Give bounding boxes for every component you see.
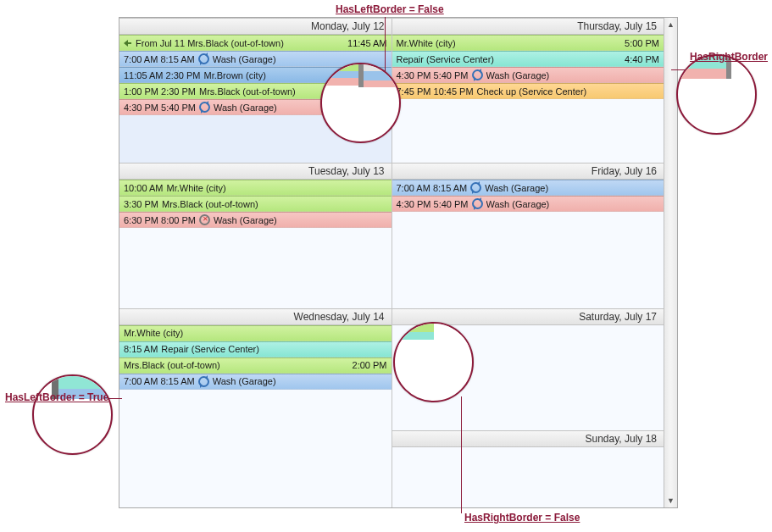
appointment-label: From Jul 11 Mrs.Black (out-of-town) bbox=[136, 38, 344, 48]
recurring-cancel-icon bbox=[199, 214, 210, 225]
day-cell-thursday[interactable]: Thursday, July 15 Mr.White (city) 5:00 P… bbox=[392, 18, 664, 163]
appointment-end-time: 11:45 AM bbox=[347, 38, 386, 48]
appointment[interactable]: 4:30 PM 5:40 PM Wash (Garage) bbox=[392, 196, 664, 212]
appointment[interactable]: 10:00 AM Mr.White (city) bbox=[119, 180, 392, 196]
empty-space[interactable] bbox=[119, 228, 392, 308]
vertical-scrollbar[interactable]: ▲ ▼ bbox=[664, 18, 677, 507]
appointment-end-time: 2:00 PM bbox=[353, 360, 387, 370]
magnifier-left bbox=[32, 374, 113, 455]
day-header[interactable]: Monday, July 12 bbox=[119, 18, 392, 35]
appointment[interactable]: 3:30 PM Mrs.Black (out-of-town) bbox=[119, 196, 392, 212]
appointment-label: Repair (Service Center) bbox=[397, 54, 622, 64]
day-header[interactable]: Tuesday, July 13 bbox=[119, 163, 392, 180]
appointment-times: 6:30 PM 8:00 PM bbox=[124, 215, 196, 225]
day-cell-wed-continued[interactable] bbox=[119, 430, 392, 507]
day-header[interactable]: Friday, July 16 bbox=[392, 163, 664, 180]
appointment-times: 10:00 AM bbox=[124, 183, 163, 193]
day-header[interactable]: Thursday, July 15 bbox=[392, 18, 664, 35]
appointment-label: Wash (Garage) bbox=[486, 70, 660, 80]
week-row: Tuesday, July 13 10:00 AM Mr.White (city… bbox=[119, 163, 664, 308]
empty-space[interactable] bbox=[119, 430, 392, 507]
appointment[interactable]: 7:00 AM 8:15 AM Wash (Garage) bbox=[119, 374, 392, 390]
day-header[interactable]: Wednesday, July 14 bbox=[119, 308, 392, 325]
appointment-end-time: 4:40 PM bbox=[625, 54, 659, 64]
appointment-label: Mr.White (city) bbox=[124, 328, 387, 338]
annotation-has-right-border-false: HasRightBorder = False bbox=[464, 512, 580, 524]
appointment-times: 7:00 AM 8:15 AM bbox=[124, 376, 195, 386]
appointment[interactable]: 4:30 PM 5:40 PM Wash (Garage) bbox=[392, 67, 664, 83]
recurring-icon bbox=[472, 69, 483, 80]
appointment-times: 1:00 PM 2:30 PM bbox=[124, 86, 196, 97]
appointment-times: 8:15 AM bbox=[124, 344, 158, 354]
recurring-icon bbox=[199, 102, 210, 113]
appointment-times: 4:30 PM 5:40 PM bbox=[124, 103, 196, 113]
day-cell-friday[interactable]: Friday, July 16 7:00 AM 8:15 AM Wash (Ga… bbox=[392, 163, 664, 308]
appointment[interactable]: 7:45 PM 10:45 PM Check up (Service Cente… bbox=[392, 83, 664, 99]
scroll-down-icon[interactable]: ▼ bbox=[664, 494, 677, 507]
empty-space[interactable] bbox=[392, 447, 664, 507]
recurring-icon bbox=[470, 182, 481, 193]
day-cell-sunday[interactable]: Sunday, July 18 bbox=[392, 430, 664, 507]
appointment[interactable]: Mrs.Black (out-of-town) 2:00 PM bbox=[119, 357, 392, 374]
annotation-has-left-border-true: HasLeftBorder = True bbox=[5, 391, 108, 403]
recurring-icon bbox=[472, 198, 483, 209]
appointment-times: 11:05 AM 2:30 PM bbox=[124, 70, 201, 80]
appointment-list: 10:00 AM Mr.White (city) 3:30 PM Mrs.Bla… bbox=[119, 180, 392, 308]
empty-space[interactable] bbox=[392, 99, 664, 163]
appointment-end-time: 5:00 PM bbox=[625, 38, 659, 48]
appointment-list bbox=[392, 447, 664, 507]
appointment[interactable]: Mr.White (city) bbox=[119, 325, 392, 341]
appointment-times: 4:30 PM 5:40 PM bbox=[397, 199, 469, 209]
recurring-icon bbox=[198, 53, 209, 64]
appointment-label: Check up (Service Center) bbox=[477, 86, 659, 97]
appointment-label: Wash (Garage) bbox=[486, 199, 660, 209]
appointment[interactable]: Repair (Service Center) 4:40 PM bbox=[392, 51, 664, 67]
annotation-line bbox=[461, 396, 462, 513]
day-header[interactable]: Sunday, July 18 bbox=[392, 430, 664, 447]
appointment-times: 3:30 PM bbox=[124, 199, 158, 209]
appointment[interactable]: 8:15 AM Repair (Service Center) bbox=[119, 341, 392, 357]
appointment[interactable]: Mr.White (city) 5:00 PM bbox=[392, 35, 664, 51]
appointment-times: 7:45 PM 10:45 PM bbox=[397, 86, 474, 97]
appointment-label: Mr.White (city) bbox=[166, 183, 386, 193]
appointment-times: 7:00 AM 8:15 AM bbox=[124, 54, 195, 64]
annotation-has-left-border-false: HasLeftBorder = False bbox=[336, 3, 444, 15]
appointment-list: 7:00 AM 8:15 AM Wash (Garage) 4:30 PM 5:… bbox=[392, 180, 664, 308]
appointment-list: Mr.White (city) 5:00 PM Repair (Service … bbox=[392, 35, 664, 163]
appointment-label: Wash (Garage) bbox=[214, 215, 387, 225]
appointment[interactable]: 7:00 AM 8:15 AM Wash (Garage) bbox=[392, 180, 664, 196]
appointment[interactable]: From Jul 11 Mrs.Black (out-of-town) 11:4… bbox=[119, 35, 392, 51]
week-row: Wednesday, July 14 Mr.White (city) 8:15 … bbox=[119, 308, 664, 431]
recurring-icon bbox=[198, 376, 209, 387]
day-cell-wednesday[interactable]: Wednesday, July 14 Mr.White (city) 8:15 … bbox=[119, 308, 392, 431]
arrow-left-icon bbox=[124, 40, 132, 47]
appointment-list: Mr.White (city) 8:15 AM Repair (Service … bbox=[119, 325, 392, 431]
appointment[interactable]: 6:30 PM 8:00 PM Wash (Garage) bbox=[119, 212, 392, 228]
appointment-list bbox=[119, 430, 392, 507]
magnifier-top-center bbox=[320, 63, 401, 143]
appointment-label: Repair (Service Center) bbox=[161, 344, 386, 354]
appointment-label: Mr.White (city) bbox=[397, 38, 622, 48]
appointment-label: Wash (Garage) bbox=[213, 376, 387, 386]
scroll-up-icon[interactable]: ▲ bbox=[664, 18, 677, 31]
magnifier-center bbox=[393, 322, 474, 402]
empty-space[interactable] bbox=[392, 212, 664, 308]
magnifier-top-right bbox=[676, 54, 757, 135]
empty-space[interactable] bbox=[119, 390, 392, 431]
day-cell-tuesday[interactable]: Tuesday, July 13 10:00 AM Mr.White (city… bbox=[119, 163, 392, 308]
annotation-has-right-border: HasRightBorder bbox=[690, 51, 768, 63]
appointment-label: Wash (Garage) bbox=[485, 183, 659, 193]
week-row: Sunday, July 18 bbox=[119, 430, 664, 507]
appointment-times: 7:00 AM 8:15 AM bbox=[397, 183, 468, 193]
appointment-times: 4:30 PM 5:40 PM bbox=[397, 70, 469, 80]
appointment-label: Mrs.Black (out-of-town) bbox=[162, 199, 387, 209]
appointment-label: Mrs.Black (out-of-town) bbox=[124, 360, 349, 370]
